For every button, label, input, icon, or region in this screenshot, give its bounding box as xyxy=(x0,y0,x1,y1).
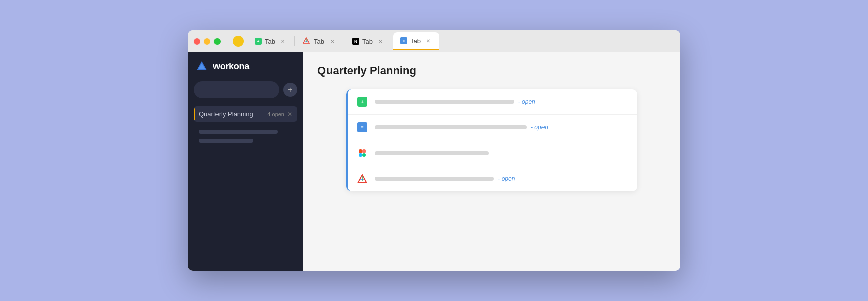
item2-content: - open xyxy=(375,124,628,131)
item4-icon xyxy=(357,173,368,184)
search-wrapper: 🔍 xyxy=(194,81,279,98)
svg-point-8 xyxy=(362,153,366,157)
tab-divider-2 xyxy=(344,36,344,46)
title-bar: + Tab ✕ Tab ✕ N T xyxy=(188,30,680,52)
placeholder-lines xyxy=(194,130,297,143)
item2-open-label: - open xyxy=(531,124,548,131)
workspace-item-quarterly[interactable]: Quarterly Planning - 4 open ✕ xyxy=(194,106,297,122)
tab-list-item-3[interactable] xyxy=(348,140,637,166)
tab3-icon: N xyxy=(352,38,359,45)
main-content: Quarterly Planning + - open xyxy=(303,52,680,271)
browser-tab-3[interactable]: N Tab ✕ xyxy=(345,32,391,50)
tab1-icon: + xyxy=(255,38,262,45)
tab2-label: Tab xyxy=(314,38,324,45)
tab4-label: Tab xyxy=(410,37,421,45)
browser-body: workona 🔍 + Quarterly Planning - 4 open … xyxy=(188,52,680,271)
svg-rect-6 xyxy=(362,149,366,153)
workspace-name: Quarterly Planning xyxy=(199,110,262,118)
browser-tab-1[interactable]: + Tab ✕ xyxy=(248,32,293,50)
search-bar[interactable] xyxy=(194,81,279,98)
tab1-label: Tab xyxy=(265,38,275,45)
item1-icon: + xyxy=(357,96,368,107)
svg-rect-7 xyxy=(359,153,362,157)
todo-icon: + xyxy=(357,97,367,107)
content-body: + - open ≡ - ope xyxy=(303,85,680,271)
item2-bar xyxy=(375,125,527,129)
browser-tab-2[interactable]: Tab ✕ xyxy=(296,32,343,50)
item4-content: - open xyxy=(375,175,628,182)
doc-icon: ≡ xyxy=(357,122,367,132)
item1-bar xyxy=(375,100,514,104)
logo: workona xyxy=(194,60,297,72)
item3-content xyxy=(375,151,628,155)
tab3-close[interactable]: ✕ xyxy=(377,38,384,45)
tab-divider-1 xyxy=(294,36,295,46)
tabs-card: + - open ≡ - ope xyxy=(346,89,637,191)
browser-window: + Tab ✕ Tab ✕ N T xyxy=(188,30,680,271)
content-header: Quarterly Planning xyxy=(303,52,680,85)
workspace-close-icon[interactable]: ✕ xyxy=(287,111,292,118)
item1-content: - open xyxy=(375,98,628,105)
sidebar: workona 🔍 + Quarterly Planning - 4 open … xyxy=(188,52,303,271)
placeholder-line-2 xyxy=(199,139,253,143)
traffic-lights xyxy=(194,38,221,45)
item1-open-label: - open xyxy=(518,98,535,105)
item3-bar xyxy=(375,151,489,155)
tab3-label: Tab xyxy=(362,38,373,45)
item3-icon xyxy=(357,147,368,159)
add-workspace-button[interactable]: + xyxy=(283,83,297,97)
browser-tabs: + Tab ✕ Tab ✕ N T xyxy=(248,32,674,50)
tab1-close[interactable]: ✕ xyxy=(279,38,286,45)
close-button[interactable] xyxy=(194,38,200,45)
svg-rect-5 xyxy=(359,149,362,153)
tab-list-item-2[interactable]: ≡ - open xyxy=(348,115,637,140)
tab2-close[interactable]: ✕ xyxy=(329,38,336,45)
active-indicator xyxy=(194,108,195,120)
page-title: Quarterly Planning xyxy=(317,64,666,77)
tab4-icon: ≡ xyxy=(400,37,407,44)
logo-text: workona xyxy=(213,61,249,72)
workspace-badge: - 4 open xyxy=(264,111,284,117)
minimize-button[interactable] xyxy=(204,38,210,45)
tab-list-item-1[interactable]: + - open xyxy=(348,89,637,115)
tab-divider-3 xyxy=(392,36,392,46)
item2-icon: ≡ xyxy=(357,122,368,133)
search-row: 🔍 + xyxy=(194,81,297,98)
tab4-close[interactable]: ✕ xyxy=(425,37,432,44)
workona-logo-icon xyxy=(196,60,208,72)
placeholder-line-1 xyxy=(199,130,278,134)
figma-icon xyxy=(357,148,367,158)
gsuite-icon xyxy=(357,174,367,184)
browser-tab-4[interactable]: ≡ Tab ✕ xyxy=(393,32,439,50)
item4-open-label: - open xyxy=(498,175,515,182)
fullscreen-button[interactable] xyxy=(214,38,221,45)
item4-bar xyxy=(375,177,494,181)
tab-list-item-4[interactable]: - open xyxy=(348,166,637,191)
profile-avatar xyxy=(233,36,244,47)
tab2-icon xyxy=(303,37,311,45)
